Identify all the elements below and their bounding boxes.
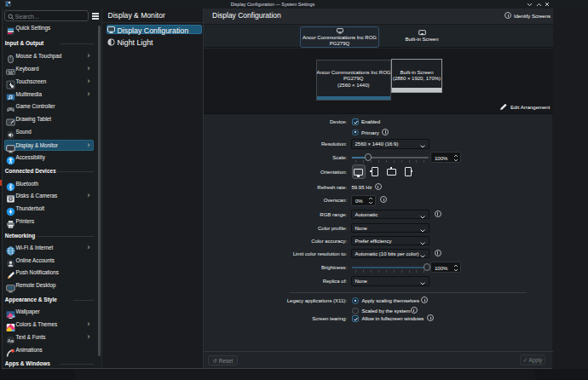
svg-text:Aa: Aa: [8, 337, 14, 343]
